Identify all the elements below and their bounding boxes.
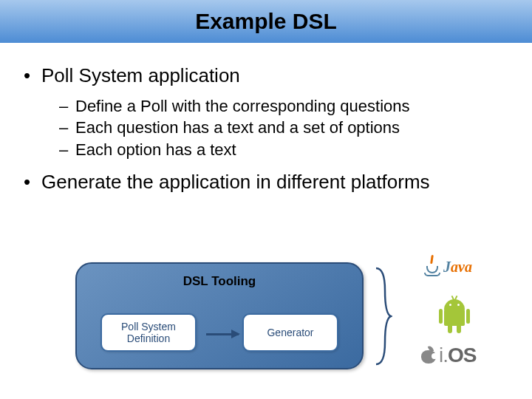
arrow-icon (206, 333, 239, 335)
poll-definition-box: Poll System Definition (100, 313, 197, 352)
slide-title: Example DSL (195, 9, 337, 34)
ios-text: i.OS (439, 344, 476, 367)
generator-box: Generator (242, 313, 338, 352)
android-body-icon (444, 308, 465, 326)
android-logo (439, 299, 470, 335)
dsl-tooling-label: DSL Tooling (77, 274, 362, 289)
dsl-tooling-container: DSL Tooling Poll System Definition Gener… (75, 262, 364, 369)
title-bar: Example DSL (0, 0, 532, 43)
content-area: Poll System application Define a Poll wi… (0, 43, 532, 194)
curly-brace-svg (373, 265, 392, 367)
bullet-poll-system: Poll System application Define a Poll wi… (19, 64, 513, 161)
sub-bullet-list: Define a Poll with the corresponding que… (59, 95, 513, 161)
platform-logos: Java i.OS (403, 261, 507, 390)
sub-bullet: Each option has a text (59, 139, 513, 161)
diagram: DSL Tooling Poll System Definition Gener… (0, 261, 532, 390)
java-text: Java (443, 259, 472, 276)
apple-icon (420, 346, 437, 365)
sub-bullet: Each question has a text and a set of op… (59, 117, 513, 139)
bullet-text: Generate the application in different pl… (41, 171, 430, 193)
bullet-list: Poll System application Define a Poll wi… (19, 64, 513, 194)
java-cup-icon (424, 256, 440, 277)
bullet-generate: Generate the application in different pl… (19, 170, 513, 194)
ios-logo: i.OS (420, 344, 476, 367)
sub-bullet: Define a Poll with the corresponding que… (59, 95, 513, 117)
brace-icon (373, 265, 392, 367)
java-logo: Java (424, 256, 472, 277)
bullet-text: Poll System application (41, 64, 240, 86)
